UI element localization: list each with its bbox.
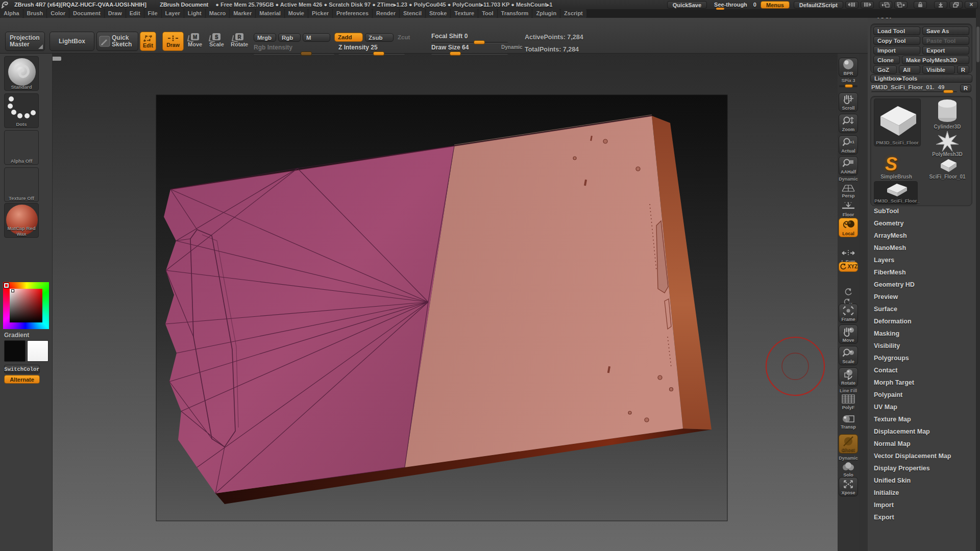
- section-surface[interactable]: Surface: [874, 306, 951, 318]
- section-import[interactable]: Import: [874, 502, 951, 514]
- minimize-icon[interactable]: [934, 1, 947, 9]
- import-button[interactable]: Import: [873, 46, 920, 55]
- make-polymesh3d-button[interactable]: Make PolyMesh3D: [902, 56, 969, 64]
- cylinder3d-icon[interactable]: [933, 98, 962, 123]
- menu-zplugin[interactable]: Zplugin: [532, 9, 560, 18]
- section-polypaint[interactable]: Polypaint: [874, 391, 951, 404]
- section-geometry-hd[interactable]: Geometry HD: [874, 281, 951, 293]
- move-button[interactable]: Move: [839, 324, 858, 344]
- menu-light[interactable]: Light: [184, 9, 205, 18]
- quicksave-button[interactable]: QuickSave: [667, 1, 707, 9]
- scroll-button[interactable]: Scroll: [839, 92, 858, 112]
- alternate-button[interactable]: Alternate: [4, 375, 40, 384]
- menu-stroke[interactable]: Stroke: [426, 9, 450, 18]
- menu-render[interactable]: Render: [373, 9, 399, 18]
- edit-button[interactable]: Edit: [140, 32, 156, 51]
- menu-stencil[interactable]: Stencil: [400, 9, 425, 18]
- goz-button[interactable]: GoZ: [873, 65, 897, 74]
- quick-sketch-button[interactable]: QuickSketch: [96, 32, 138, 51]
- menu-document[interactable]: Document: [69, 9, 104, 18]
- lightbox-button[interactable]: LightBox: [50, 32, 94, 51]
- section-subtool[interactable]: SubTool: [874, 208, 951, 220]
- menu-tool[interactable]: Tool: [478, 9, 497, 18]
- local-button[interactable]: Local: [839, 218, 858, 237]
- close-icon[interactable]: ×: [965, 1, 978, 9]
- actual-button[interactable]: x1Actual: [839, 135, 858, 155]
- goz-visible-button[interactable]: Visible: [922, 65, 955, 74]
- active-tool-slider[interactable]: PM3D_SciFi_Floor_01. 49 R: [871, 84, 971, 93]
- section-texture-map[interactable]: Texture Map: [874, 416, 951, 428]
- panel-divider[interactable]: [859, 9, 868, 551]
- see-through-handle[interactable]: [716, 8, 724, 10]
- menu-macro[interactable]: Macro: [206, 9, 229, 18]
- move-mode-button[interactable]: MMove: [188, 33, 202, 47]
- color-picker[interactable]: [3, 282, 49, 329]
- floor-button[interactable]: Floor: [839, 199, 858, 218]
- current-alpha-thumbnail[interactable]: Alpha Off: [4, 130, 39, 165]
- scifi-floor-01-icon[interactable]: [938, 157, 959, 174]
- spix-slider[interactable]: [839, 85, 857, 87]
- secondary-color-swatch[interactable]: [27, 340, 48, 362]
- section-vector-displacement-map[interactable]: Vector Displacement Map: [874, 453, 951, 465]
- section-nanomesh[interactable]: NanoMesh: [874, 244, 951, 257]
- rotate-mode-button[interactable]: RRotate: [231, 33, 248, 47]
- draw-size-slider[interactable]: Draw Size 64: [431, 44, 508, 55]
- rotate-button[interactable]: Rotate: [839, 367, 858, 387]
- prev-layout-icon[interactable]: [879, 1, 892, 9]
- next-layout-icon[interactable]: [894, 1, 908, 9]
- draw-button[interactable]: Draw: [162, 32, 184, 51]
- section-arraymesh[interactable]: ArrayMesh: [874, 232, 951, 244]
- simplebrush-label[interactable]: SimpleBrush: [873, 174, 919, 180]
- menu-material[interactable]: Material: [256, 9, 284, 18]
- current-brush-thumbnail[interactable]: Standard: [4, 56, 39, 91]
- simplebrush-icon[interactable]: S: [885, 154, 897, 175]
- focal-shift-slider[interactable]: Focal Shift 0: [431, 33, 508, 43]
- polyf-button[interactable]: PolyF: [839, 392, 858, 411]
- save-as-button[interactable]: Save As: [922, 27, 969, 35]
- cylinder3d-label[interactable]: Cylinder3D: [924, 124, 970, 130]
- scifi-floor-01-label[interactable]: SciFi_Floor_01: [924, 174, 970, 180]
- transp-button[interactable]: Transp: [839, 411, 858, 431]
- current-material-thumbnail[interactable]: MatCap Red Wax: [4, 203, 39, 238]
- section-fibermesh[interactable]: FiberMesh: [874, 269, 951, 281]
- xpose-button[interactable]: Xpose: [839, 477, 858, 496]
- zcut-button[interactable]: Zcut: [398, 34, 410, 40]
- tool-r-button[interactable]: R: [960, 84, 971, 92]
- section-export[interactable]: Export: [874, 514, 951, 526]
- menu-layer[interactable]: Layer: [162, 9, 184, 18]
- mrgb-button[interactable]: Mrgb: [254, 33, 276, 42]
- menu-preferences[interactable]: Preferences: [333, 9, 372, 18]
- scrollbar-thumb[interactable]: [976, 27, 979, 62]
- section-preview[interactable]: Preview: [874, 293, 951, 306]
- sv-selector[interactable]: [11, 289, 14, 292]
- menu-alpha[interactable]: Alpha: [0, 9, 23, 18]
- section-displacement-map[interactable]: Displacement Map: [874, 428, 951, 440]
- saturation-value-square[interactable]: [10, 289, 42, 322]
- menu-zscript[interactable]: Zscript: [560, 9, 586, 18]
- shrink-left-icon[interactable]: [845, 1, 859, 9]
- menu-picker[interactable]: Picker: [308, 9, 332, 18]
- menu-color[interactable]: Color: [47, 9, 69, 18]
- menu-transform[interactable]: Transform: [498, 9, 532, 18]
- section-masking[interactable]: Masking: [874, 330, 951, 342]
- section-normal-map[interactable]: Normal Map: [874, 440, 951, 453]
- lightbox-tools-button[interactable]: Lightbox▸Tools: [870, 74, 972, 83]
- panel-scrollbar[interactable]: [976, 9, 980, 551]
- section-display-properties[interactable]: Display Properties: [874, 465, 951, 477]
- section-unified-skin[interactable]: Unified Skin: [874, 477, 951, 489]
- section-initialize[interactable]: Initialize: [874, 489, 951, 502]
- lock-icon[interactable]: [914, 1, 927, 9]
- section-morph-target[interactable]: Morph Target: [874, 379, 951, 391]
- xyz-button[interactable]: XYZ: [839, 262, 858, 272]
- copy-tool-button[interactable]: Copy Tool: [873, 36, 920, 45]
- solo-button[interactable]: Solo: [839, 459, 858, 479]
- zoom-button[interactable]: Zoom: [839, 114, 858, 133]
- load-tool-button[interactable]: Load Tool: [873, 27, 920, 35]
- ghost-button[interactable]: Ghost: [839, 434, 858, 454]
- aahalf-button[interactable]: AAHalf: [839, 156, 858, 176]
- recent-tool-thumbnail[interactable]: PM3D_SciFi_Floor_: [874, 181, 918, 205]
- menus-button[interactable]: Menus: [761, 1, 790, 9]
- section-layers[interactable]: Layers: [874, 257, 951, 269]
- hue-selector[interactable]: [4, 283, 9, 288]
- scale-mode-button[interactable]: SScale: [209, 33, 224, 47]
